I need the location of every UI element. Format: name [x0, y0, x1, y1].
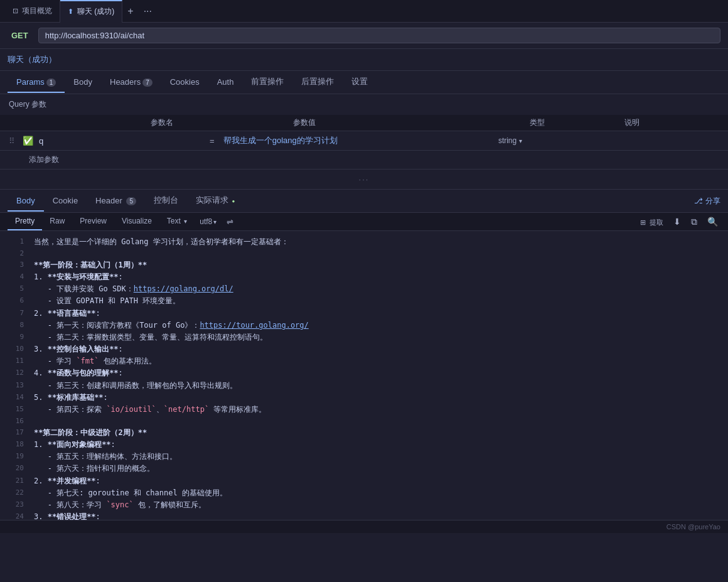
view-tab-pretty[interactable]: Pretty [8, 213, 42, 230]
param-eq: = [206, 136, 218, 146]
method-badge: GET [8, 30, 32, 41]
code-line: 243. **错误处理**: [0, 511, 728, 520]
line-number: 1 [5, 236, 24, 248]
param-value-q[interactable]: 帮我生成一个golang的学习计划 [223, 135, 493, 146]
download-button[interactable]: ⬇ [671, 215, 683, 228]
view-tab-visualize[interactable]: Visualize [114, 213, 159, 230]
line-number: 14 [5, 392, 24, 404]
line-number: 12 [5, 367, 24, 379]
code-line: 17**第二阶段：中级进阶（2周）** [0, 427, 728, 439]
code-line: 15 - 第四天：探索 `io/ioutil`、`net/http` 等常用标准… [0, 404, 728, 416]
tab-project[interactable]: ⊡ 项目概览 [5, 0, 60, 23]
line-content: 1. **安装与环境配置**: [34, 271, 123, 283]
tab-settings[interactable]: 设置 [343, 71, 377, 94]
line-content: - 第三天：创建和调用函数，理解包的导入和导出规则。 [34, 380, 237, 392]
view-tab-raw[interactable]: Raw [42, 213, 72, 230]
code-line: 212. **并发编程**: [0, 475, 728, 487]
project-icon: ⊡ [13, 7, 18, 15]
dot-indicator: ● [232, 198, 235, 204]
line-content: - 第八天：学习 `sync` 包，了解锁和互斥。 [34, 499, 206, 511]
view-tab-text[interactable]: Text ▾ [159, 213, 195, 230]
line-content: - 下载并安装 Go SDK：https://golang.org/dl/ [34, 283, 233, 295]
params-row: ⠿ ✅ q = 帮我生成一个golang的学习计划 string ▾ [0, 131, 728, 151]
drag-handle-icon[interactable]: ⠿ [9, 136, 15, 146]
tab-pre-ops[interactable]: 前置操作 [242, 71, 292, 94]
line-number: 2 [5, 248, 24, 259]
tab-project-label: 项目概览 [22, 6, 52, 16]
more-tabs-button[interactable]: ··· [139, 6, 157, 17]
tab-auth[interactable]: Auth [208, 72, 243, 93]
extract-button[interactable]: ⊞ 提取 [638, 215, 666, 229]
line-content: **第二阶段：中级进阶（2周）** [34, 427, 147, 439]
line-number: 15 [5, 404, 24, 416]
col-header-type: 类型 [530, 117, 624, 128]
response-section: Body Cookie Header 5 控制台 实际请求 ● ⎇ 分享 Pre… [0, 190, 728, 520]
resp-tab-header[interactable]: Header 5 [87, 191, 145, 212]
code-line: 6 - 设置 GOPATH 和 PATH 环境变量。 [0, 295, 728, 307]
line-content: - 第五天：理解结构体、方法和接口。 [34, 451, 177, 463]
view-tab-preview[interactable]: Preview [72, 213, 114, 230]
view-actions: ⊞ 提取 ⬇ ⧉ 🔍 [638, 215, 720, 229]
param-name-q[interactable]: q [39, 136, 201, 146]
code-line: 2 [0, 248, 728, 259]
line-content: 5. **标准库基础**: [34, 392, 108, 404]
line-number: 20 [5, 463, 24, 475]
search-icon: 🔍 [707, 217, 718, 227]
code-line: 1当然，这里是一个详细的 Golang 学习计划，适合初学者和有一定基础者： [0, 236, 728, 248]
code-line: 11 - 学习 `fmt` 包的基本用法。 [0, 355, 728, 367]
param-type-q: string ▾ [498, 136, 606, 145]
extract-icon: ⊞ [640, 218, 646, 226]
tab-body[interactable]: Body [65, 72, 101, 93]
line-content: - 第六天：指针和引用的概念。 [34, 463, 154, 475]
line-number: 6 [5, 295, 24, 307]
code-line: 41. **安装与环境配置**: [0, 271, 728, 283]
search-button[interactable]: 🔍 [705, 215, 720, 228]
copy-button[interactable]: ⧉ [688, 215, 700, 229]
tab-chat[interactable]: ⬆ 聊天 (成功) [60, 0, 122, 23]
footer-credit: CSDN @pureYao [666, 523, 720, 531]
chevron-down-icon[interactable]: ▾ [519, 137, 522, 144]
line-number: 23 [5, 499, 24, 511]
col-header-desc: 说明 [624, 117, 719, 128]
code-line: 145. **标准库基础**: [0, 392, 728, 404]
line-content: - 第四天：探索 `io/ioutil`、`net/http` 等常用标准库。 [34, 404, 266, 416]
add-tab-button[interactable]: + [122, 6, 138, 17]
code-area[interactable]: 1当然，这里是一个详细的 Golang 学习计划，适合初学者和有一定基础者：23… [0, 231, 728, 520]
download-icon: ⬇ [673, 217, 681, 227]
resp-tab-cookie[interactable]: Cookie [44, 191, 87, 212]
resp-tab-console[interactable]: 控制台 [145, 190, 187, 212]
share-button[interactable]: ⎇ 分享 [694, 196, 720, 207]
line-number: 8 [5, 320, 24, 331]
line-content: 2. **语言基础**: [34, 308, 100, 320]
tab-bar: ⊡ 项目概览 ⬆ 聊天 (成功) + ··· [0, 0, 728, 23]
code-line: 103. **控制台输入输出**: [0, 343, 728, 355]
wrap-lines-button[interactable]: ⇌ [222, 213, 238, 230]
line-number: 3 [5, 259, 24, 271]
view-tabs-row: Pretty Raw Preview Visualize Text ▾ utf8… [0, 213, 728, 231]
tab-headers[interactable]: Headers7 [101, 72, 161, 93]
add-param-button[interactable]: 添加参数 [0, 151, 728, 169]
encoding-select[interactable]: utf8 ▾ [195, 213, 222, 230]
request-title: 聊天（成功） [0, 49, 728, 71]
line-number: 16 [5, 416, 24, 427]
line-content: - 第一天：阅读官方教程《Tour of Go》：https://tour.go… [34, 320, 309, 331]
code-line: 13 - 第三天：创建和调用函数，理解包的导入和导出规则。 [0, 380, 728, 392]
line-content: **第一阶段：基础入门（1周）** [34, 259, 147, 271]
tab-post-ops[interactable]: 后置操作 [292, 71, 343, 94]
line-content: 2. **并发编程**: [34, 475, 100, 487]
tab-cookies[interactable]: Cookies [161, 72, 208, 93]
resp-tab-body[interactable]: Body [8, 191, 44, 212]
line-number: 13 [5, 380, 24, 392]
col-header-name: 参数名 [151, 117, 292, 128]
line-number: 4 [5, 271, 24, 283]
check-icon[interactable]: ✅ [23, 136, 34, 146]
code-line: 181. **面向对象编程**: [0, 439, 728, 451]
url-input[interactable] [38, 28, 720, 43]
resp-tab-actual[interactable]: 实际请求 ● [187, 190, 244, 212]
encoding-chevron-icon: ▾ [213, 218, 217, 225]
tab-params[interactable]: Params1 [8, 72, 65, 93]
tab-chat-label: 聊天 (成功) [77, 6, 114, 17]
line-content: - 第七天: goroutine 和 channel 的基础使用。 [34, 487, 227, 499]
divider: ··· [0, 169, 728, 190]
line-content: 1. **面向对象编程**: [34, 439, 115, 451]
